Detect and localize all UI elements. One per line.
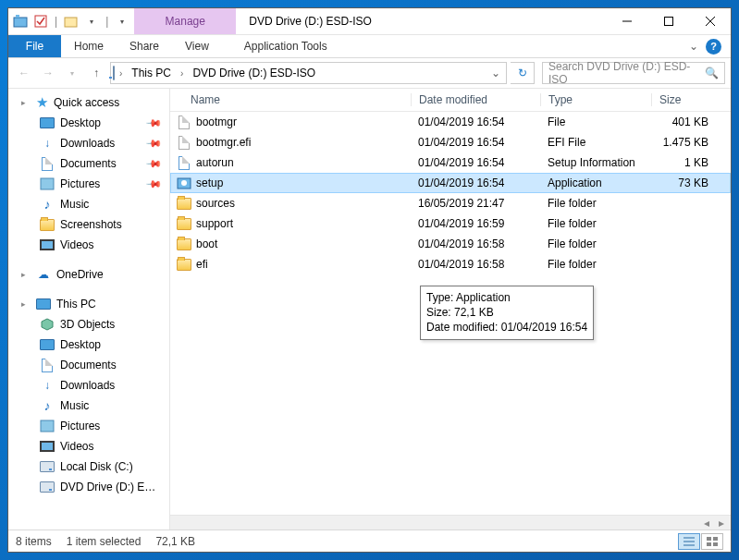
scroll-left-icon[interactable]: ◂ xyxy=(699,517,714,530)
expander-icon[interactable]: ▸ xyxy=(21,98,31,107)
up-button[interactable]: ↑ xyxy=(86,63,106,83)
file-date: 01/04/2019 16:58 xyxy=(411,258,540,271)
file-row[interactable]: sources16/05/2019 21:47File folder xyxy=(170,193,731,213)
sidebar-item-music[interactable]: ♪Music xyxy=(8,396,169,416)
column-name[interactable]: Name xyxy=(191,93,411,106)
status-item-count: 8 items xyxy=(16,535,52,548)
expander-icon[interactable]: ▸ xyxy=(21,299,31,309)
search-icon: 🔍 xyxy=(705,67,719,79)
chevron-right-icon[interactable]: › xyxy=(178,68,186,79)
file-date: 01/04/2019 16:54 xyxy=(411,136,540,149)
chevron-right-icon[interactable]: › xyxy=(117,68,125,79)
file-row[interactable]: autorun01/04/2019 16:54Setup Information… xyxy=(170,152,731,173)
file-row[interactable]: boot01/04/2019 16:58File folder xyxy=(170,234,731,254)
svg-marker-11 xyxy=(42,319,53,330)
status-size: 72,1 KB xyxy=(155,535,195,548)
folder-icon xyxy=(176,256,192,273)
sidebar-item-videos[interactable]: Videos xyxy=(8,235,169,255)
file-type: File folder xyxy=(540,237,651,250)
scroll-right-icon[interactable]: ▸ xyxy=(714,517,729,530)
svg-rect-22 xyxy=(707,542,711,546)
file-type: File xyxy=(540,116,651,128)
expander-icon[interactable]: ▸ xyxy=(21,270,31,279)
status-selection: 1 item selected xyxy=(67,535,142,548)
column-type[interactable]: Type xyxy=(540,93,651,106)
contextual-tab-manage[interactable]: Manage xyxy=(134,8,236,34)
file-row[interactable]: bootmgr01/04/2019 16:54File401 KB xyxy=(170,112,731,132)
properties-icon[interactable] xyxy=(32,13,49,30)
sidebar-item-pictures[interactable]: Pictures xyxy=(8,416,169,436)
pin-icon: 📌 xyxy=(144,154,162,172)
separator: | xyxy=(55,15,57,28)
recent-locations-icon[interactable]: ▾ xyxy=(62,63,82,83)
inf-icon xyxy=(176,154,192,171)
details-view-button[interactable] xyxy=(678,533,700,550)
chevron-down-icon[interactable]: ▾ xyxy=(83,13,100,30)
sidebar-quick-access[interactable]: ▸ ★ Quick access xyxy=(8,92,169,113)
sidebar-item-3d-objects[interactable]: 3D Objects xyxy=(8,314,169,335)
view-tab[interactable]: View xyxy=(172,35,222,57)
music-icon: ♪ xyxy=(40,197,55,212)
sidebar-item-dvd-drive-d-esd-iso[interactable]: DVD Drive (D:) ESD-ISO xyxy=(8,477,169,497)
status-bar: 8 items 1 item selected 72,1 KB xyxy=(8,530,731,552)
search-input[interactable]: Search DVD Drive (D:) ESD-ISO 🔍 xyxy=(542,62,725,84)
file-row[interactable]: efi01/04/2019 16:58File folder xyxy=(170,254,731,274)
svg-rect-1 xyxy=(16,15,19,18)
pc-icon xyxy=(36,297,51,311)
window-title: DVD Drive (D:) ESD-ISO xyxy=(236,8,606,34)
file-date: 01/04/2019 16:59 xyxy=(411,217,540,230)
search-placeholder: Search DVD Drive (D:) ESD-ISO xyxy=(548,60,705,86)
svg-rect-20 xyxy=(707,537,711,541)
music-icon: ♪ xyxy=(40,398,55,413)
close-button[interactable] xyxy=(689,8,731,34)
back-button[interactable]: ← xyxy=(14,63,34,83)
sidebar-item-downloads[interactable]: ↓Downloads📌 xyxy=(8,133,169,153)
pin-icon: 📌 xyxy=(144,114,162,131)
home-tab[interactable]: Home xyxy=(61,35,117,57)
ribbon-expand-icon[interactable]: ⌄ xyxy=(689,40,698,53)
sidebar-item-pictures[interactable]: Pictures📌 xyxy=(8,174,169,194)
navigation-pane[interactable]: ▸ ★ Quick access Desktop📌↓Downloads📌Docu… xyxy=(8,89,170,530)
horizontal-scrollbar[interactable]: ◂ ▸ xyxy=(170,515,731,530)
sidebar-item-screenshots[interactable]: Screenshots xyxy=(8,214,169,235)
help-icon[interactable]: ? xyxy=(706,39,721,55)
sidebar-onedrive[interactable]: ▸ ☁ OneDrive xyxy=(8,264,169,285)
sidebar-item-music[interactable]: ♪Music xyxy=(8,194,169,214)
sidebar-item-downloads[interactable]: ↓Downloads xyxy=(8,375,169,396)
minimize-button[interactable] xyxy=(606,8,647,34)
share-tab[interactable]: Share xyxy=(117,35,172,57)
sidebar-item-documents[interactable]: Documents📌 xyxy=(8,153,169,174)
address-bar[interactable]: › This PC › DVD Drive (D:) ESD-ISO ⌄ xyxy=(110,62,507,84)
cloud-icon: ☁ xyxy=(36,267,51,282)
column-headers[interactable]: Name Date modified Type Size xyxy=(170,89,731,112)
thumbnails-view-button[interactable] xyxy=(701,533,723,550)
svg-rect-14 xyxy=(42,443,53,450)
folder-icon xyxy=(40,217,55,232)
forward-button[interactable]: → xyxy=(38,63,58,83)
application-tools-tab[interactable]: Application Tools xyxy=(231,35,340,57)
svg-rect-2 xyxy=(35,16,46,27)
file-row[interactable]: support01/04/2019 16:59File folder xyxy=(170,213,731,234)
sidebar-item-documents[interactable]: Documents xyxy=(8,355,169,375)
column-date[interactable]: Date modified xyxy=(411,93,540,106)
view-toggle xyxy=(678,533,723,550)
breadcrumb-this-pc[interactable]: This PC xyxy=(127,63,176,83)
sidebar-item-desktop[interactable]: Desktop xyxy=(8,335,169,355)
sidebar-item-local-disk-c-[interactable]: Local Disk (C:) xyxy=(8,457,169,477)
sidebar-item-desktop[interactable]: Desktop📌 xyxy=(8,113,169,133)
breadcrumb-drive[interactable]: DVD Drive (D:) ESD-ISO xyxy=(188,63,320,83)
file-type: File folder xyxy=(540,258,651,271)
refresh-button[interactable]: ↻ xyxy=(511,62,535,84)
file-tab[interactable]: File xyxy=(8,35,61,57)
sidebar-this-pc[interactable]: ▸ This PC xyxy=(8,294,169,314)
maximize-button[interactable] xyxy=(647,8,689,34)
file-row[interactable]: bootmgr.efi01/04/2019 16:54EFI File1.475… xyxy=(170,132,731,152)
column-size[interactable]: Size xyxy=(651,93,731,106)
file-name: bootmgr xyxy=(196,116,411,128)
down-icon: ↓ xyxy=(40,136,55,151)
sidebar-item-videos[interactable]: Videos xyxy=(8,436,169,457)
qat-customize-icon[interactable]: ▾ xyxy=(114,13,130,30)
file-row[interactable]: setup01/04/2019 16:54Application73 KB xyxy=(170,173,731,193)
new-folder-icon[interactable] xyxy=(63,13,80,30)
address-dropdown-icon[interactable]: ⌄ xyxy=(487,67,504,79)
